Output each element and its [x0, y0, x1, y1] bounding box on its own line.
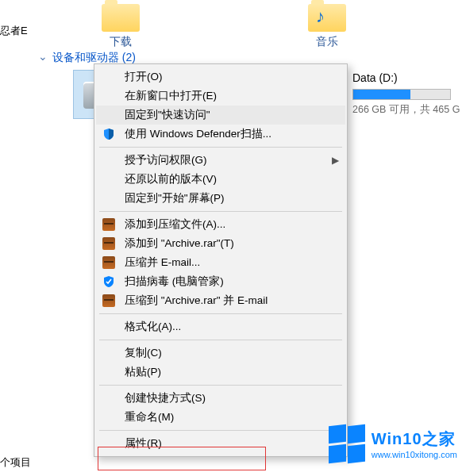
- shield-icon: [101, 126, 117, 142]
- menu-grant-access[interactable]: 授予访问权限(G)▶: [96, 151, 345, 170]
- submenu-arrow-icon: ▶: [332, 155, 339, 166]
- sidebar-truncated-label: 忍者E: [0, 24, 28, 38]
- archive-icon: [101, 293, 117, 309]
- archive-icon: [101, 236, 117, 251]
- folder-icon: ♪: [308, 0, 346, 32]
- menu-restore-previous[interactable]: 还原以前的版本(V): [96, 170, 345, 189]
- music-note-icon: ♪: [316, 6, 325, 27]
- menu-pin-quick-access[interactable]: 固定到"快速访问": [96, 106, 345, 125]
- menu-format[interactable]: 格式化(A)...: [96, 317, 345, 336]
- drive-d-label[interactable]: Data (D:): [352, 71, 398, 84]
- folder-label: 下载: [102, 35, 140, 49]
- menu-rename[interactable]: 重命名(M): [96, 408, 345, 427]
- antivirus-icon: [101, 274, 117, 290]
- menu-defender-scan[interactable]: 使用 Windows Defender扫描...: [96, 125, 345, 144]
- menu-separator: [99, 340, 342, 340]
- drive-d-usage-fill: [353, 90, 410, 99]
- menu-pin-start[interactable]: 固定到"开始"屏幕(P): [96, 189, 345, 208]
- menu-compress-rar-email[interactable]: 压缩到 "Archive.rar" 并 E-mail: [96, 291, 345, 310]
- menu-add-to-archive[interactable]: 添加到压缩文件(A)...: [96, 215, 345, 234]
- menu-open-new-window[interactable]: 在新窗口中打开(E): [96, 86, 345, 106]
- menu-create-shortcut[interactable]: 创建快捷方式(S): [96, 389, 345, 408]
- archive-icon: [101, 255, 117, 271]
- menu-properties[interactable]: 属性(R): [96, 434, 345, 453]
- watermark: Win10之家 www.win10xitong.com: [329, 425, 457, 462]
- menu-scan-virus[interactable]: 扫描病毒 (电脑管家): [96, 272, 345, 291]
- menu-separator: [99, 385, 342, 386]
- menu-separator: [99, 313, 342, 314]
- menu-separator: [99, 147, 342, 148]
- folder-icon: [102, 0, 140, 32]
- menu-open[interactable]: 打开(O): [96, 67, 345, 86]
- menu-separator: [99, 430, 342, 431]
- context-menu: 打开(O) 在新窗口中打开(E) 固定到"快速访问" 使用 Windows De…: [94, 63, 348, 457]
- drive-d-stats: 266 GB 可用，共 465 G: [352, 103, 460, 117]
- chevron-down-icon: ⌄: [38, 50, 48, 63]
- menu-compress-email[interactable]: 压缩并 E-mail...: [96, 253, 345, 272]
- section-title: 设备和驱动器 (2): [52, 51, 136, 63]
- menu-copy[interactable]: 复制(C): [96, 344, 345, 363]
- folder-label: 音乐: [308, 35, 346, 49]
- folder-music[interactable]: ♪ 音乐: [308, 0, 346, 49]
- status-items-label: 个项目: [0, 455, 31, 470]
- folder-downloads[interactable]: 下载: [102, 0, 140, 49]
- archive-icon: [101, 217, 117, 232]
- menu-add-to-archive-rar[interactable]: 添加到 "Archive.rar"(T): [96, 234, 345, 253]
- menu-paste[interactable]: 粘贴(P): [96, 363, 345, 382]
- watermark-title: Win10之家: [372, 428, 457, 450]
- watermark-url: www.win10xitong.com: [372, 450, 457, 459]
- windows-logo-icon: [329, 425, 365, 462]
- menu-separator: [99, 211, 342, 212]
